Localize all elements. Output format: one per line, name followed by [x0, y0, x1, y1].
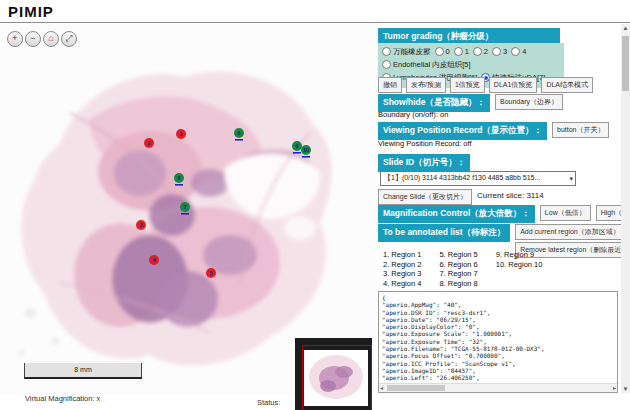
radio-icon[interactable]	[382, 47, 391, 56]
svg-text:1: 1	[179, 131, 182, 137]
viewing-position-status: Viewing Position Record: off	[378, 139, 472, 148]
navigator-thumbnail	[304, 350, 368, 406]
annotation-marker-1[interactable]: 1	[176, 129, 186, 139]
viewing-position-toggle-button[interactable]: button（开关）	[552, 122, 609, 138]
region-list-item[interactable]: 4. Region 4	[383, 280, 421, 288]
region-list-item[interactable]: 1. Region 1	[383, 251, 421, 259]
svg-text:3: 3	[139, 222, 142, 228]
boundary-status: Boundary (on/off): on	[378, 110, 448, 119]
svg-text:10: 10	[303, 147, 309, 153]
grading-tool-button[interactable]: 1倍预览	[450, 77, 485, 93]
region-list-item[interactable]: 7. Region 7	[439, 270, 477, 278]
navigator-panel[interactable]	[295, 338, 372, 410]
radio-icon[interactable]	[382, 60, 391, 69]
zoom-out-icon[interactable]: −	[25, 31, 41, 47]
region-list: 1. Region 12. Region 23. Region 34. Regi…	[383, 251, 542, 288]
magnification-header: Magnification Control（放大倍数）：	[378, 205, 535, 223]
current-slice-label: Current slice: 3114	[477, 189, 544, 200]
region-list-item[interactable]: 8. Region 8	[439, 280, 477, 288]
radio-label: 0	[446, 46, 450, 57]
viewing-position-header: Viewing Position Record（显示位置）：	[378, 122, 547, 140]
radio-label: 万能橡皮擦	[393, 46, 431, 57]
radio-label: 1	[465, 46, 469, 57]
slide-select-value: 【1】(0/10) 3114 4313bb42 f130 4485 a8bb 5…	[384, 174, 540, 181]
metadata-textarea[interactable]: { "aperio.AppMag": "40", "aperio.DSR ID"…	[378, 291, 618, 393]
region-list-item[interactable]: 2. Region 2	[383, 261, 421, 269]
page-scroll-thumb[interactable]	[622, 36, 629, 91]
tumor-grading-toolbar: 撤销发布/预测1倍预览DLA1倍预览DLA结果模式	[378, 77, 593, 93]
grade-radio[interactable]: Endothelial 内皮组织[5]	[382, 59, 471, 70]
grade-radio[interactable]: 万能橡皮擦	[382, 46, 431, 57]
grading-tool-button[interactable]: DLA结果模式	[541, 77, 593, 93]
scroll-left-icon[interactable]: ◂	[380, 384, 383, 392]
region-list-item[interactable]: 9. Region 9	[496, 251, 543, 259]
scroll-down-icon[interactable]: ▼	[621, 386, 630, 392]
change-slide-button[interactable]: Change Slide（更改切片）	[378, 189, 472, 205]
slide-viewer[interactable]: 12345678910 +−⌂⤢ 8 mm	[0, 23, 376, 395]
low-magnification-button[interactable]: Low（低倍）	[540, 205, 591, 221]
home-icon[interactable]: ⌂	[43, 31, 59, 47]
svg-text:8: 8	[237, 130, 240, 136]
annotated-list-header: To be annotated list（待标注）	[378, 224, 510, 242]
metadata-horizontal-scrollbar[interactable]: ◂ ▸	[379, 383, 617, 392]
zoom-in-icon[interactable]: +	[7, 31, 23, 47]
grade-radio[interactable]: 3	[492, 46, 507, 57]
region-list-item[interactable]: 6. Region 6	[439, 261, 477, 269]
metadata-text: { "aperio.AppMag": "40", "aperio.DSR ID"…	[382, 294, 614, 389]
grade-radio[interactable]: 4	[511, 46, 526, 57]
radio-label: 2	[484, 46, 488, 57]
radio-label: 3	[503, 46, 507, 57]
app-window: PIMIP	[0, 0, 630, 410]
grading-tool-button[interactable]: 发布/预测	[406, 77, 446, 93]
region-list-item[interactable]: 10. Region 10	[496, 261, 543, 269]
scale-bar: 8 mm	[24, 363, 142, 379]
add-current-region-button[interactable]: Add current region（添加区域）	[515, 224, 630, 240]
annotation-marker-3[interactable]: 3	[136, 220, 146, 230]
scroll-right-icon[interactable]: ▸	[613, 384, 616, 392]
grade-radio[interactable]: 2	[473, 46, 488, 57]
grading-tool-button[interactable]: 撤销	[378, 77, 402, 93]
annotation-marker-4[interactable]: 4	[149, 255, 159, 265]
page-scrollbar[interactable]: ▲ ▼	[621, 24, 630, 393]
page-title: PIMIP	[8, 3, 54, 20]
slide-id-header: Slide ID（切片号）：	[378, 154, 470, 172]
svg-text:9: 9	[295, 143, 298, 149]
grade-radio[interactable]: 1	[454, 46, 469, 57]
radio-icon[interactable]	[492, 47, 501, 56]
svg-text:2: 2	[147, 140, 150, 146]
grade-radio[interactable]: 0	[435, 46, 450, 57]
radio-icon[interactable]	[473, 47, 482, 56]
radio-label: Endothelial 内皮组织[5]	[393, 59, 471, 70]
chevron-down-icon: ▾	[569, 173, 573, 185]
radio-icon[interactable]	[511, 47, 520, 56]
virtual-magnification-label: Virtual Magnification: x	[25, 394, 100, 403]
region-list-item[interactable]: 5. Region 5	[439, 251, 477, 259]
annotation-marker-5[interactable]: 5	[206, 268, 216, 278]
status-label: Status:	[257, 398, 280, 407]
svg-text:5: 5	[209, 270, 212, 276]
fullscreen-icon[interactable]: ⤢	[61, 31, 77, 47]
region-list-item[interactable]: 3. Region 3	[383, 270, 421, 278]
radio-icon[interactable]	[454, 47, 463, 56]
svg-text:6: 6	[177, 175, 180, 181]
scroll-up-icon[interactable]: ▲	[621, 25, 630, 31]
svg-text:7: 7	[183, 204, 186, 210]
slide-select[interactable]: 【1】(0/10) 3114 4313bb42 f130 4485 a8bb 5…	[380, 171, 576, 186]
boundary-toggle-button[interactable]: Boundary（边界）	[495, 94, 563, 110]
tissue-image	[19, 72, 332, 366]
annotation-marker-2[interactable]: 2	[144, 138, 154, 148]
radio-icon[interactable]	[435, 47, 444, 56]
grading-tool-button[interactable]: DLA1倍预览	[489, 77, 538, 93]
metadata-hscroll-thumb[interactable]	[387, 385, 445, 391]
radio-label: 4	[522, 46, 526, 57]
